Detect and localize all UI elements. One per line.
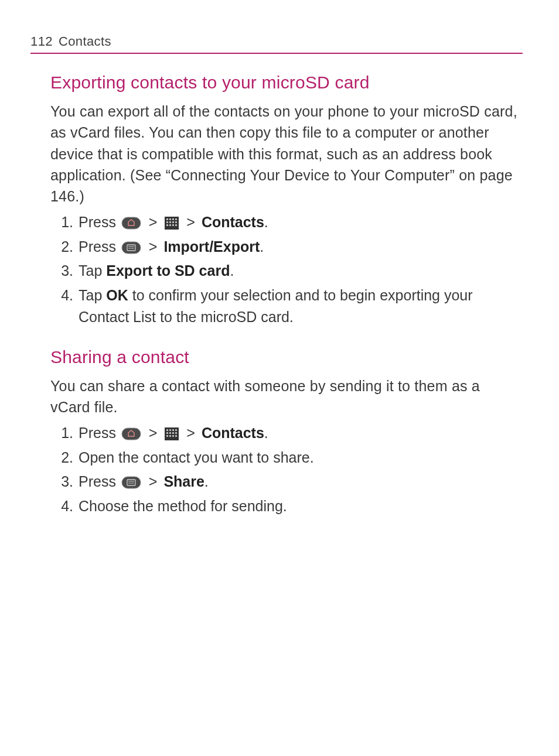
svg-rect-14 [122,242,141,254]
svg-rect-6 [166,221,168,223]
ok-label: OK [106,287,128,303]
list-item: Press > > Contacts. [77,211,523,234]
svg-rect-25 [169,432,171,434]
svg-rect-27 [175,432,177,434]
section-heading-export: Exporting contacts to your microSD card [50,73,523,93]
svg-rect-30 [172,435,174,437]
menu-key-icon [121,476,141,489]
svg-rect-2 [166,218,168,220]
svg-rect-32 [122,477,141,488]
step-end: . [264,425,268,441]
svg-rect-24 [166,432,168,434]
svg-rect-11 [169,224,171,226]
step-text: Tap [79,262,106,279]
menu-key-icon [121,241,141,254]
step-text: Press [79,214,120,230]
header-rule [30,53,523,54]
svg-rect-23 [175,429,177,431]
separator: > [186,422,195,444]
list-item: Choose the method for sending. [77,495,523,518]
page-number: 112 [30,34,53,49]
apps-grid-icon [165,427,179,440]
svg-rect-10 [166,224,168,226]
svg-rect-7 [169,221,171,223]
list-item: Open the contact you want to share. [77,447,523,469]
separator: > [149,471,158,493]
export-sd-label: Export to SD card [106,262,230,279]
svg-rect-20 [166,429,168,431]
section-heading-share: Sharing a contact [50,347,523,367]
svg-rect-3 [169,218,171,220]
svg-rect-4 [172,218,174,220]
separator: > [149,236,158,258]
svg-rect-8 [172,221,174,223]
import-export-label: Import/Export [163,238,260,255]
svg-rect-18 [122,428,141,440]
manual-page: 112 Contacts Exporting contacts to your … [0,0,559,543]
svg-rect-12 [172,224,174,226]
section1-intro: You can export all of the contacts on yo… [50,101,523,207]
svg-rect-28 [166,435,168,437]
apps-grid-icon [165,217,179,230]
section2-steps: Press > > Contacts. Open the contact you… [50,422,523,517]
list-item: Tap OK to confirm your selection and to … [77,285,523,329]
contacts-label: Contacts [202,425,264,441]
svg-rect-9 [175,221,177,223]
share-label: Share [163,473,204,490]
separator: > [149,211,158,234]
step-text: Press [79,425,120,441]
contacts-label: Contacts [202,214,264,230]
svg-rect-0 [122,217,141,229]
svg-rect-22 [172,429,174,431]
svg-rect-21 [169,429,171,431]
page-header: 112 Contacts [30,34,523,49]
home-key-icon [121,217,141,230]
step-text: Choose the method for sending. [79,498,287,514]
step-text: Press [79,238,120,255]
step-text: Tap [79,287,106,303]
list-item: Press > Share. [77,471,523,493]
section2-intro: You can share a contact with someone by … [50,375,523,418]
list-item: Press > > Contacts. [77,422,523,444]
step-end: . [264,214,268,230]
step-text: Press [79,473,120,490]
svg-rect-5 [175,218,177,220]
separator: > [149,422,158,444]
section1-steps: Press > > Contacts. Press [50,211,523,329]
step-end: . [204,473,209,490]
list-item: Tap Export to SD card. [77,260,523,282]
svg-rect-29 [169,435,171,437]
step-text: Open the contact you want to share. [79,449,314,466]
svg-rect-31 [175,435,177,437]
step-end: . [260,238,264,255]
list-item: Press > Import/Export. [77,236,523,258]
home-key-icon [121,427,141,440]
separator: > [186,211,195,234]
step-end: . [230,262,234,279]
svg-rect-26 [172,432,174,434]
step-rest: to confirm your selection and to begin e… [79,287,473,326]
svg-rect-13 [175,224,177,226]
chapter-title: Contacts [59,34,111,49]
